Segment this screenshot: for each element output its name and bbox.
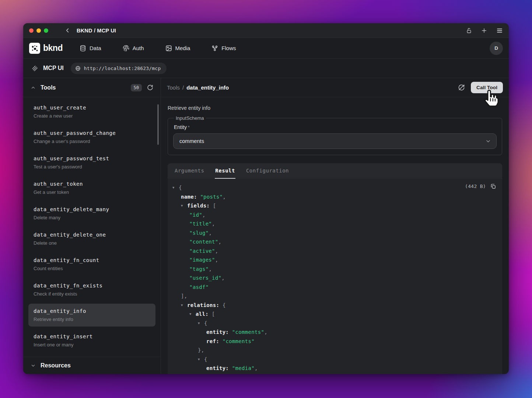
json-key: name: <box>181 192 200 202</box>
sidebar-item-auth_user_create[interactable]: auth_user_createCreate a new user <box>28 100 155 123</box>
tool-description: Delete one <box>34 240 150 246</box>
back-icon[interactable] <box>64 27 71 34</box>
nav-item-flows[interactable]: Flows <box>211 45 236 52</box>
json-line: "title", <box>172 219 496 228</box>
nav-item-auth[interactable]: Auth <box>123 45 144 52</box>
json-punctuation: , <box>215 255 218 265</box>
sidebar-item-data_entity_info[interactable]: data_entity_infoRetrieve entity info <box>28 304 155 327</box>
entity-select[interactable]: comments <box>173 133 497 149</box>
tab-arguments[interactable]: Arguments <box>174 163 204 179</box>
nav-item-media[interactable]: Media <box>165 45 190 52</box>
refresh-tools-icon[interactable] <box>147 84 153 91</box>
tool-description: Test a user's password <box>34 164 150 170</box>
json-line: "slug", <box>172 228 496 238</box>
tools-section-header[interactable]: Tools 50 <box>23 78 161 97</box>
json-line: "tags", <box>172 265 496 274</box>
tool-description: Change a user's password <box>34 138 150 144</box>
json-line: "content", <box>172 237 496 247</box>
json-key: ref: <box>206 337 223 346</box>
breadcrumb-section[interactable]: Tools <box>167 84 180 91</box>
copy-icon[interactable] <box>490 183 496 189</box>
json-key: ref: <box>206 373 223 374</box>
window-title: BKND / MCP UI <box>77 28 116 34</box>
titlebar-actions <box>466 27 503 34</box>
content: Tools 50 auth_user_createCreate a new us… <box>23 78 509 374</box>
database-icon <box>80 45 86 52</box>
tool-description: Get a user token <box>34 189 150 195</box>
json-punctuation: { <box>223 301 226 310</box>
json-key: entity: <box>206 328 232 337</box>
sidebar-item-auth_user_password_change[interactable]: auth_user_password_changeChange a user's… <box>28 126 155 149</box>
json-line: }, <box>172 346 496 355</box>
tool-detail-body: Retrieve entity info InputSchema Entity*… <box>161 97 509 374</box>
main-panel: Tools / data_entity_info Call Tool Retri… <box>161 78 509 374</box>
resources-section-header[interactable]: Resources <box>23 357 161 374</box>
globe-icon <box>75 66 81 71</box>
sidebar-item-data_entity_fn_exists[interactable]: data_entity_fn_existsCheck if entity exi… <box>28 278 155 301</box>
nav-item-label: Flows <box>221 45 236 51</box>
sidebar-item-auth_user_token[interactable]: auth_user_tokenGet a user token <box>28 177 155 199</box>
collapse-triangle-icon[interactable]: ▼ <box>198 319 204 328</box>
sidebar-scrollbar[interactable] <box>157 104 159 145</box>
tool-description: Retrieve entity info <box>168 105 502 111</box>
collapse-triangle-icon[interactable]: ▼ <box>181 301 187 310</box>
mcp-bar: MCP UI http://localhost:28623/mcp <box>23 59 509 78</box>
server-url: http://localhost:28623/mcp <box>84 66 161 71</box>
tab-result[interactable]: Result <box>215 163 235 179</box>
minimize-window-button[interactable] <box>36 28 41 33</box>
sidebar-item-data_entity_fn_count[interactable]: data_entity_fn_countCount entities <box>28 253 155 276</box>
brand[interactable]: bknd <box>29 43 63 54</box>
sidebar-item-data_entity_delete_many[interactable]: data_entity_delete_manyDelete many <box>28 202 155 225</box>
json-tree: ▼{name: "posts",▼fields: ["id","title","… <box>172 183 496 374</box>
titlebar: BKND / MCP UI <box>23 23 509 38</box>
result-panel: ArgumentsResultConfiguration (442 B) ▼{n… <box>168 163 502 374</box>
json-string: "comments" <box>232 328 264 337</box>
sidebar: Tools 50 auth_user_createCreate a new us… <box>23 78 161 374</box>
json-string: "comments" <box>223 337 255 346</box>
collapse-triangle-icon[interactable]: ▼ <box>189 310 196 319</box>
collapse-triangle-icon[interactable]: ▼ <box>172 183 179 192</box>
tool-description: Delete many <box>34 214 150 221</box>
tool-name: auth_user_password_test <box>34 155 150 162</box>
desktop-background: { "titlebar": { "title": "BKND / MCP UI"… <box>0 0 532 398</box>
lock-open-icon[interactable] <box>466 28 472 34</box>
tab-configuration[interactable]: Configuration <box>246 163 289 179</box>
nav-item-label: Auth <box>133 45 144 51</box>
user-avatar[interactable]: D <box>490 42 503 55</box>
main-nav: DataAuthMediaFlows <box>80 45 236 52</box>
json-string: "active" <box>189 247 215 256</box>
new-tab-icon[interactable] <box>481 27 487 34</box>
json-punctuation: , <box>209 228 212 238</box>
json-punctuation: , <box>223 192 226 202</box>
fingerprint-icon <box>123 45 129 52</box>
chevron-up-icon <box>31 85 36 90</box>
call-tool-button[interactable]: Call Tool <box>471 82 503 93</box>
entity-field-label: Entity* <box>174 124 497 130</box>
chevron-down-icon <box>31 363 36 368</box>
tool-name: data_entity_insert <box>34 333 150 340</box>
zoom-window-button[interactable] <box>44 28 48 33</box>
workflow-icon <box>211 45 218 52</box>
input-schema-fieldset: InputSchema Entity* comments <box>168 115 502 155</box>
avatar-initial: D <box>494 45 498 51</box>
json-line: "asdf" <box>172 283 496 292</box>
sidebar-item-data_entity_delete_one[interactable]: data_entity_delete_oneDelete one <box>28 227 155 250</box>
required-marker: * <box>188 125 190 130</box>
menu-icon[interactable] <box>496 27 503 34</box>
tool-description: Count entities <box>34 265 150 272</box>
server-url-pill[interactable]: http://localhost:28623/mcp <box>71 63 167 74</box>
json-string: "users_id" <box>189 273 221 283</box>
brand-name: bknd <box>43 43 63 53</box>
refresh-off-icon[interactable] <box>458 84 465 91</box>
json-punctuation: , <box>209 265 212 274</box>
tool-actions: Call Tool <box>458 82 503 93</box>
nav-item-data[interactable]: Data <box>80 45 101 52</box>
sidebar-item-data_entity_insert[interactable]: data_entity_insertInsert one or many <box>28 329 155 352</box>
sidebar-item-auth_user_password_test[interactable]: auth_user_password_testTest a user's pas… <box>28 151 155 174</box>
collapse-triangle-icon[interactable]: ▼ <box>198 355 204 364</box>
result-meta: (442 B) <box>465 183 496 189</box>
collapse-triangle-icon[interactable]: ▼ <box>181 201 187 210</box>
close-window-button[interactable] <box>29 28 34 33</box>
json-string: "content" <box>189 237 218 247</box>
tool-name: data_entity_fn_count <box>34 257 150 264</box>
